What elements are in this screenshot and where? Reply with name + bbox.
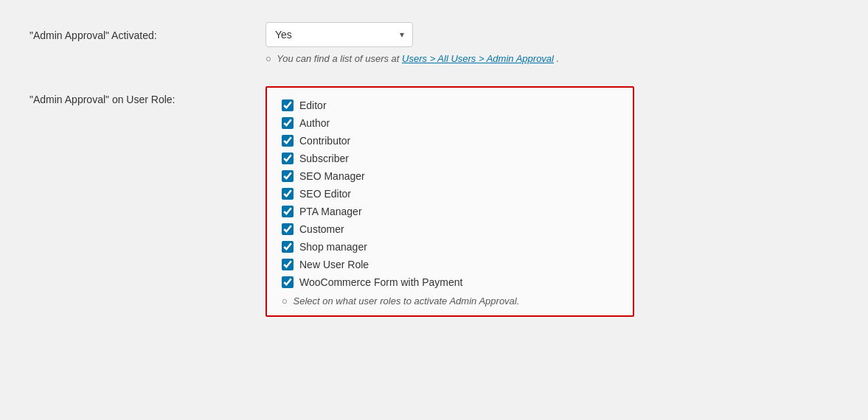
checkbox-hint-bullet-icon: ○ bbox=[282, 295, 288, 307]
pta-manager-checkbox[interactable] bbox=[282, 206, 294, 217]
user-role-label: "Admin Approval" on User Role: bbox=[29, 86, 265, 105]
admin-approval-dropdown[interactable]: Yes No bbox=[265, 22, 413, 47]
list-item: PTA Manager bbox=[282, 206, 618, 217]
list-item: Customer bbox=[282, 223, 618, 235]
hint-bullet-icon: ○ bbox=[265, 53, 271, 64]
list-item: SEO Manager bbox=[282, 170, 618, 182]
list-item: Author bbox=[282, 117, 618, 129]
contributor-label[interactable]: Contributor bbox=[299, 135, 350, 147]
seo-editor-label[interactable]: SEO Editor bbox=[299, 188, 351, 200]
customer-label[interactable]: Customer bbox=[299, 223, 344, 235]
woocommerce-form-checkbox[interactable] bbox=[282, 276, 294, 288]
list-item: Subscriber bbox=[282, 153, 618, 164]
shop-manager-label[interactable]: Shop manager bbox=[299, 241, 367, 253]
seo-manager-label[interactable]: SEO Manager bbox=[299, 170, 365, 182]
shop-manager-checkbox[interactable] bbox=[282, 241, 294, 253]
list-item: Shop manager bbox=[282, 241, 618, 253]
checkbox-hint: ○ Select on what user roles to activate … bbox=[282, 295, 618, 307]
editor-checkbox[interactable] bbox=[282, 99, 294, 111]
list-item: Contributor bbox=[282, 135, 618, 147]
list-item: Editor bbox=[282, 99, 618, 111]
admin-approval-activated-label: "Admin Approval" Activated: bbox=[29, 22, 265, 41]
new-user-role-label[interactable]: New User Role bbox=[299, 259, 369, 270]
seo-editor-checkbox[interactable] bbox=[282, 188, 294, 200]
new-user-role-checkbox[interactable] bbox=[282, 259, 294, 270]
user-role-row: "Admin Approval" on User Role: Editor Au… bbox=[29, 86, 839, 317]
author-label[interactable]: Author bbox=[299, 117, 330, 129]
contributor-checkbox[interactable] bbox=[282, 135, 294, 147]
subscriber-checkbox[interactable] bbox=[282, 153, 294, 164]
list-item: WooCommerce Form with Payment bbox=[282, 276, 618, 288]
woocommerce-form-label[interactable]: WooCommerce Form with Payment bbox=[299, 276, 462, 288]
users-link[interactable]: Users > All Users > Admin Approval bbox=[402, 53, 554, 64]
admin-approval-activated-row: "Admin Approval" Activated: Yes No ▾ ○ Y… bbox=[29, 22, 839, 64]
seo-manager-checkbox[interactable] bbox=[282, 170, 294, 182]
list-item: SEO Editor bbox=[282, 188, 618, 200]
admin-approval-activated-control: Yes No ▾ ○ You can find a list of users … bbox=[265, 22, 839, 64]
pta-manager-label[interactable]: PTA Manager bbox=[299, 206, 362, 217]
editor-label[interactable]: Editor bbox=[299, 99, 327, 111]
hint-text-suffix: . bbox=[557, 53, 560, 64]
list-item: New User Role bbox=[282, 259, 618, 270]
subscriber-label[interactable]: Subscriber bbox=[299, 153, 349, 164]
author-checkbox[interactable] bbox=[282, 117, 294, 129]
checkbox-container: Editor Author Contributor Subscriber SEO bbox=[265, 86, 634, 317]
admin-approval-hint: ○ You can find a list of users at Users … bbox=[265, 53, 839, 64]
user-role-control: Editor Author Contributor Subscriber SEO bbox=[265, 86, 839, 317]
checkbox-hint-text: Select on what user roles to activate Ad… bbox=[293, 295, 519, 307]
hint-text-prefix: You can find a list of users at bbox=[277, 53, 402, 64]
admin-approval-dropdown-wrapper: Yes No ▾ bbox=[265, 22, 413, 47]
customer-checkbox[interactable] bbox=[282, 223, 294, 235]
